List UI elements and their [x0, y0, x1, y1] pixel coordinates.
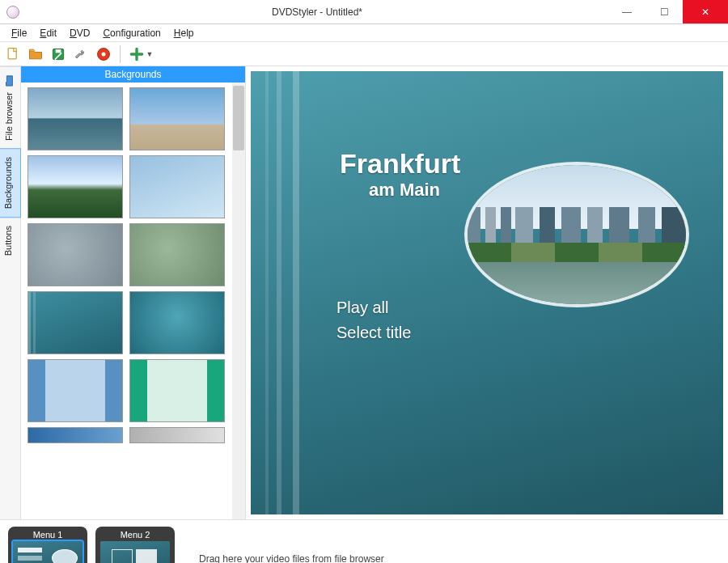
- svg-rect-0: [8, 48, 16, 58]
- toolbar: ▼: [0, 42, 728, 66]
- bg-thumb-underwater[interactable]: [129, 291, 225, 354]
- menubar: File Edit DVD Configuration Help: [0, 24, 728, 42]
- svg-rect-2: [56, 49, 61, 53]
- menu-preview[interactable]: Frankfurt am Main Play all Select title: [251, 71, 723, 514]
- side-tabs: File browser Backgrounds Buttons: [0, 66, 21, 519]
- timeline-menu-2-thumb: [100, 541, 170, 564]
- bg-thumb-coast[interactable]: [28, 155, 123, 218]
- backgrounds-panel: Backgrounds: [21, 66, 246, 519]
- titlebar: DVDStyler - Untitled* — ☐ ✕: [0, 0, 728, 24]
- close-button[interactable]: ✕: [683, 0, 728, 23]
- timeline-menu-1-label: Menu 1: [13, 530, 83, 540]
- menu-configuration[interactable]: Configuration: [96, 26, 167, 40]
- folder-icon: [3, 75, 15, 87]
- disc-burn-icon: [95, 46, 112, 62]
- bg-thumb-grayblue[interactable]: [28, 223, 123, 286]
- timeline-strip[interactable]: Menu 1 Menu 2 Drag here your video files…: [0, 519, 728, 563]
- bg-thumb-bluebars[interactable]: [28, 359, 123, 422]
- bg-thumb-partial-2[interactable]: [129, 427, 225, 443]
- preview-pane: Frankfurt am Main Play all Select title: [246, 66, 728, 519]
- backgrounds-scroll: [21, 83, 245, 519]
- folder-open-icon: [28, 46, 44, 62]
- scrollbar-thumb[interactable]: [233, 86, 244, 150]
- timeline-menu-2-label: Menu 2: [100, 530, 170, 540]
- add-button[interactable]: [127, 44, 146, 64]
- backgrounds-header: Backgrounds: [21, 66, 245, 83]
- preview-play-all[interactable]: Play all: [336, 298, 388, 317]
- open-button[interactable]: [26, 44, 45, 64]
- window-title: DVDStyler - Untitled*: [26, 6, 608, 18]
- bg-thumb-partial-1[interactable]: [28, 427, 123, 443]
- plus-icon: [129, 46, 145, 62]
- backgrounds-scrollbar[interactable]: [232, 83, 245, 519]
- maximize-button[interactable]: ☐: [645, 0, 683, 23]
- new-file-icon: [5, 46, 21, 62]
- preview-select-title[interactable]: Select title: [336, 324, 411, 342]
- timeline-menu-1[interactable]: Menu 1: [8, 527, 87, 564]
- bg-thumb-ocean[interactable]: [28, 87, 123, 150]
- main-area: File browser Backgrounds Buttons Backgro…: [0, 66, 728, 519]
- drag-hint: Drag here your video files from file bro…: [199, 553, 384, 564]
- tab-file-browser-label: File browser: [4, 92, 14, 141]
- tab-backgrounds[interactable]: Backgrounds: [0, 148, 21, 218]
- app-icon: [6, 6, 19, 19]
- tab-buttons-label: Buttons: [3, 226, 13, 256]
- wrench-icon: [73, 46, 89, 62]
- preview-title-2[interactable]: am Main: [369, 180, 440, 201]
- window-controls: — ☐ ✕: [608, 0, 728, 23]
- new-button[interactable]: [3, 44, 23, 64]
- toolbar-separator: [120, 45, 121, 63]
- svg-point-4: [102, 52, 106, 56]
- timeline-menu-2[interactable]: Menu 2: [95, 527, 175, 564]
- save-button[interactable]: [49, 44, 68, 64]
- burn-button[interactable]: [94, 44, 113, 64]
- menu-edit[interactable]: Edit: [33, 26, 63, 40]
- save-icon: [50, 46, 66, 62]
- bg-thumb-sky[interactable]: [129, 155, 225, 218]
- settings-button[interactable]: [71, 44, 91, 64]
- bg-thumb-teal[interactable]: [28, 291, 123, 354]
- preview-oval-image[interactable]: [464, 162, 689, 307]
- tab-buttons[interactable]: Buttons: [0, 217, 20, 264]
- bg-thumb-green[interactable]: [129, 223, 225, 286]
- preview-title-1[interactable]: Frankfurt: [340, 148, 460, 180]
- menu-file[interactable]: File: [5, 26, 33, 40]
- bg-thumb-greenbars[interactable]: [129, 359, 225, 422]
- menu-help[interactable]: Help: [167, 26, 201, 40]
- menu-dvd[interactable]: DVD: [63, 26, 96, 40]
- add-dropdown[interactable]: ▼: [146, 44, 153, 64]
- oval-water: [468, 262, 686, 304]
- timeline-menu-1-thumb: [13, 541, 83, 564]
- bg-thumb-ship[interactable]: [129, 87, 225, 150]
- oval-shore: [468, 243, 686, 262]
- tab-file-browser[interactable]: File browser: [0, 66, 20, 149]
- tab-backgrounds-label: Backgrounds: [3, 157, 13, 209]
- minimize-button[interactable]: —: [608, 0, 645, 23]
- backgrounds-grid: [21, 83, 232, 519]
